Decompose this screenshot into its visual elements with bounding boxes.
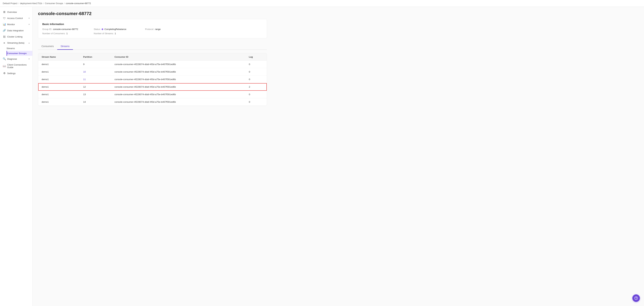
cell-partition[interactable]: 10 xyxy=(80,68,111,76)
col-partition: Partition xyxy=(80,53,111,61)
sidebar-item-client-connections[interactable]: 📖 Client Connections Guide xyxy=(0,62,32,70)
breadcrumb-sep-3: / xyxy=(64,2,65,4)
sidebar-item-diagnose[interactable]: 🔍 Diagnose ▾ xyxy=(0,56,32,62)
breadcrumb: Default Project / deployment-hbe1751b / … xyxy=(3,2,91,4)
breadcrumb-item-deployment[interactable]: deployment-hbe1751b xyxy=(20,2,42,4)
sidebar-item-data-integration[interactable]: 🔗 Data Integration xyxy=(0,27,32,33)
cell-lag: 0 xyxy=(246,68,267,76)
table-row: demo110console-consumer-4f228074-ddaf-4f… xyxy=(38,68,267,76)
basic-info-card: Basic Information Group ID: console-cons… xyxy=(38,19,267,38)
tab-bar: Consumers Streams xyxy=(38,43,267,50)
num-consumers-field: Number of Consumers: 1 xyxy=(42,32,94,35)
help-icon xyxy=(634,296,638,300)
cell-consumer-id: console-consumer-4f228074-ddaf-4f3d-a75e… xyxy=(111,91,245,98)
sidebar-item-consumer-groups[interactable]: Consumer Groups xyxy=(6,51,32,56)
cell-partition: 9 xyxy=(80,61,111,68)
status-field: Status: CompletingRebalance xyxy=(94,28,145,30)
topbar: Default Project / deployment-hbe1751b / … xyxy=(0,0,644,7)
status-value: CompletingRebalance xyxy=(104,28,126,30)
sidebar-item-monitor-label: Monitor xyxy=(7,23,15,26)
access-control-icon: 🛡 xyxy=(3,16,6,20)
cell-partition[interactable]: 11 xyxy=(80,76,111,83)
streaming-icon: ≡ xyxy=(3,41,6,44)
cell-consumer-id: console-consumer-4f228074-ddaf-4f3d-a75e… xyxy=(111,76,245,83)
sidebar-item-overview[interactable]: ⊞ Overview xyxy=(0,9,32,15)
cell-stream-name: demo1 xyxy=(38,83,80,91)
cell-lag: 0 xyxy=(246,76,267,83)
sidebar-item-data-integration-label: Data Integration xyxy=(7,29,24,32)
col-lag: Lag xyxy=(246,53,267,61)
cell-consumer-id: console-consumer-4f228074-ddaf-4f3d-a75e… xyxy=(111,98,245,106)
client-connections-icon: 📖 xyxy=(3,64,6,68)
sidebar-item-consumer-groups-label: Consumer Groups xyxy=(7,52,26,55)
table-row: demo113console-consumer-4f228074-ddaf-4f… xyxy=(38,91,267,98)
num-consumers-value: 1 xyxy=(66,32,68,35)
num-streams-value: 1 xyxy=(114,32,116,35)
num-streams-field: Number of Streams: 1 xyxy=(94,32,145,35)
breadcrumb-sep-2: / xyxy=(43,2,44,4)
cell-stream-name: demo1 xyxy=(38,91,80,98)
cell-consumer-id: console-consumer-4f228074-ddaf-4f3d-a75e… xyxy=(111,68,245,76)
sidebar-item-access-control-label: Access Control xyxy=(7,17,23,19)
cell-stream-name: demo1 xyxy=(38,98,80,106)
monitor-icon: 📊 xyxy=(3,23,6,26)
protocol-field: Protocol: range xyxy=(145,28,196,30)
chevron-down-icon: ▾ xyxy=(28,58,30,60)
table-row: demo19console-consumer-4f228074-ddaf-4f3… xyxy=(38,61,267,68)
sidebar-item-streams-label: Streams xyxy=(6,47,15,50)
cell-lag: 2 xyxy=(246,83,267,91)
info-row-2: Number of Consumers: 1 Number of Streams… xyxy=(42,32,263,35)
chevron-down-icon: ▾ xyxy=(28,23,30,25)
basic-info-title: Basic Information xyxy=(42,22,263,25)
breadcrumb-item-consumer-groups[interactable]: Consumer Groups xyxy=(45,2,63,4)
cell-lag: 0 xyxy=(246,61,267,68)
cell-lag: 0 xyxy=(246,98,267,106)
overview-icon: ⊞ xyxy=(3,10,6,13)
cell-partition: 12 xyxy=(80,83,111,91)
table-row: demo114console-consumer-4f228074-ddaf-4f… xyxy=(38,98,267,106)
diagnose-icon: 🔍 xyxy=(3,57,6,60)
sidebar-item-monitor[interactable]: 📊 Monitor ▾ xyxy=(0,21,32,27)
cell-lag: 0 xyxy=(246,91,267,98)
num-streams-label: Number of Streams: xyxy=(94,32,114,35)
info-row-1: Group ID: console-consumer-68772 Status:… xyxy=(42,28,263,30)
col-stream-name: Stream Name xyxy=(38,53,80,61)
tab-streams[interactable]: Streams xyxy=(57,43,73,50)
protocol-value: range xyxy=(155,28,160,30)
status-label: Status: xyxy=(94,28,100,30)
col-consumer-id: Consumer ID xyxy=(111,53,245,61)
streams-table: Stream Name Partition Consumer ID Lag de… xyxy=(38,53,267,106)
table-row: demo112console-consumer-4f228074-ddaf-4f… xyxy=(38,83,267,91)
chevron-up-icon: ▴ xyxy=(28,42,30,44)
sidebar-item-client-connections-label: Client Connections Guide xyxy=(7,63,30,69)
cell-stream-name: demo1 xyxy=(38,76,80,83)
cell-partition: 13 xyxy=(80,91,111,98)
sidebar-item-overview-label: Overview xyxy=(7,11,17,13)
sidebar-item-streams[interactable]: Streams xyxy=(6,46,32,51)
sidebar-item-access-control[interactable]: 🛡 Access Control ▾ xyxy=(0,15,32,21)
protocol-label: Protocol: xyxy=(145,28,154,30)
help-button[interactable] xyxy=(632,294,640,302)
sidebar-item-settings[interactable]: ⚙ Settings xyxy=(0,70,32,76)
settings-icon: ⚙ xyxy=(3,72,6,75)
page-title: console-consumer-68772 xyxy=(38,11,267,16)
cell-stream-name: demo1 xyxy=(38,68,80,76)
cell-consumer-id: console-consumer-4f228074-ddaf-4f3d-a75e… xyxy=(111,83,245,91)
tab-consumers[interactable]: Consumers xyxy=(38,43,57,50)
table-row: demo111console-consumer-4f228074-ddaf-4f… xyxy=(38,76,267,83)
data-integration-icon: 🔗 xyxy=(3,29,6,32)
breadcrumb-item-current: console-consumer-68772 xyxy=(66,2,91,4)
sidebar-item-cluster-linking[interactable]: ⛓ Cluster Linking xyxy=(0,33,32,40)
chevron-down-icon: ▾ xyxy=(28,17,30,19)
status-dot xyxy=(102,28,103,30)
sidebar-item-diagnose-label: Diagnose xyxy=(7,58,17,60)
breadcrumb-item-project[interactable]: Default Project xyxy=(3,2,17,4)
group-id-label: Group ID: xyxy=(42,28,52,30)
sidebar-item-cluster-linking-label: Cluster Linking xyxy=(7,35,22,38)
cluster-linking-icon: ⛓ xyxy=(3,35,6,38)
breadcrumb-sep-1: / xyxy=(18,2,19,4)
sidebar-item-streaming-label: Streaming (beta) xyxy=(7,41,24,44)
sidebar-item-streaming-beta[interactable]: ≡ Streaming (beta) ▴ xyxy=(0,40,32,46)
cell-partition: 14 xyxy=(80,98,111,106)
main-content: console-consumer-68772 Basic Information… xyxy=(32,7,644,306)
